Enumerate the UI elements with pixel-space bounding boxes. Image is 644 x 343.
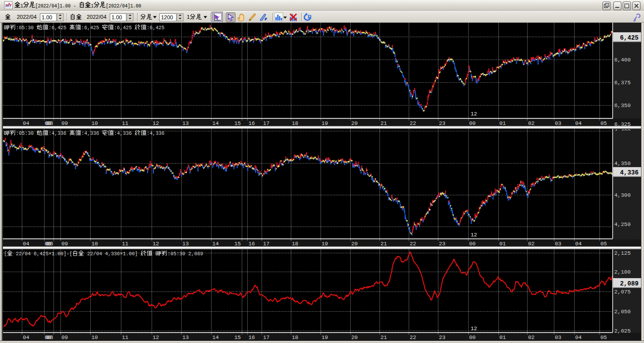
svg-text:04: 04 (575, 335, 582, 341)
svg-text:18: 18 (292, 120, 298, 126)
svg-text:2,025: 2,025 (614, 328, 631, 334)
svg-text:19: 19 (322, 335, 328, 341)
svg-text:10: 10 (92, 335, 98, 341)
svg-text:13: 13 (182, 241, 189, 247)
svg-text:20: 20 (351, 335, 358, 341)
svg-text::4,336: :4,336 (81, 131, 102, 136)
svg-text:[2022/04]1.00 -: [2022/04]1.00 - (35, 3, 79, 9)
svg-text:6,400: 6,400 (614, 57, 631, 63)
svg-text:03: 03 (555, 120, 561, 126)
svg-text:1: 1 (187, 14, 190, 20)
svg-text:6,350: 6,350 (614, 103, 631, 109)
svg-text:01: 01 (499, 335, 506, 341)
svg-text:21: 21 (380, 120, 387, 126)
svg-text:1: 1 (91, 3, 94, 9)
svg-text:18: 18 (292, 335, 298, 341)
svg-text::6,425: :6,425 (147, 25, 164, 31)
svg-text:2,050: 2,050 (614, 309, 631, 315)
svg-text:[: [ (4, 251, 7, 257)
svg-text:2,125: 2,125 (614, 250, 631, 256)
svg-text:01: 01 (499, 241, 506, 247)
svg-text::05:30: :05:30 (16, 25, 37, 31)
svg-text:12: 12 (153, 120, 159, 126)
svg-text:2022/04: 2022/04 (17, 14, 37, 20)
svg-text:2,100: 2,100 (614, 269, 631, 275)
svg-text:13: 13 (182, 335, 189, 341)
svg-text:4,250: 4,250 (614, 222, 631, 228)
svg-text:09: 09 (61, 335, 68, 341)
svg-text:4,336: 4,336 (620, 170, 639, 176)
svg-text:6,425: 6,425 (620, 35, 639, 42)
svg-text:22: 22 (410, 241, 416, 247)
svg-text:04: 04 (23, 120, 30, 126)
svg-text:2,089: 2,089 (620, 281, 639, 287)
svg-text:12: 12 (471, 111, 477, 117)
svg-text::4,336: :4,336 (147, 131, 164, 136)
svg-text:14: 14 (213, 241, 219, 247)
svg-text:15: 15 (234, 335, 241, 341)
svg-text::05:30: :05:30 (16, 131, 37, 136)
svg-text:23: 23 (439, 241, 445, 247)
svg-text:04: 04 (575, 241, 582, 247)
svg-text:6,375: 6,375 (614, 80, 631, 86)
svg-text:1.00: 1.00 (42, 14, 52, 20)
svg-text:17: 17 (263, 120, 269, 126)
svg-text:16: 16 (249, 335, 255, 341)
svg-text:08: 08 (47, 335, 54, 341)
svg-text:13: 13 (182, 120, 189, 126)
svg-text:14: 14 (213, 120, 219, 126)
svg-text:16: 16 (249, 120, 255, 126)
svg-text:02: 02 (528, 241, 535, 247)
svg-text:15: 15 (234, 120, 241, 126)
svg-text:09: 09 (61, 120, 68, 126)
svg-text:04: 04 (575, 120, 582, 126)
svg-text:22/04 6,425×1.00]-[: 22/04 6,425×1.00]-[ (13, 251, 72, 257)
svg-text:R: R (308, 14, 312, 20)
svg-text:19: 19 (322, 241, 328, 247)
svg-text:18: 18 (292, 241, 298, 247)
svg-text:22/04 4,336×1.00]: 22/04 4,336×1.00] (84, 251, 141, 257)
svg-text:17: 17 (263, 335, 269, 341)
svg-text:10: 10 (92, 241, 98, 247)
svg-text:02: 02 (528, 120, 535, 126)
svg-text:23: 23 (439, 335, 445, 341)
svg-text::4,336: :4,336 (49, 131, 69, 136)
svg-text:05: 05 (600, 241, 607, 247)
svg-text:2,075: 2,075 (614, 289, 631, 295)
svg-text:00: 00 (469, 241, 476, 247)
svg-text:04: 04 (23, 241, 30, 247)
svg-text:05: 05 (600, 335, 607, 341)
svg-text:09: 09 (61, 241, 68, 247)
svg-text:16: 16 (249, 241, 255, 247)
svg-text:23: 23 (439, 120, 445, 126)
svg-text::6,425: :6,425 (49, 25, 69, 31)
svg-text:01: 01 (499, 120, 506, 126)
svg-text:17: 17 (263, 241, 269, 247)
svg-text:20: 20 (351, 241, 358, 247)
svg-text:19: 19 (322, 120, 328, 126)
svg-text:05: 05 (600, 120, 607, 126)
svg-text:15: 15 (234, 241, 241, 247)
svg-text:02: 02 (528, 335, 535, 341)
svg-text:21: 21 (380, 335, 387, 341)
svg-text:22: 22 (410, 335, 416, 341)
svg-text:4,350: 4,350 (614, 161, 631, 167)
svg-text:2022/04: 2022/04 (87, 14, 107, 20)
svg-text:22: 22 (410, 120, 416, 126)
svg-text:04: 04 (23, 335, 30, 341)
svg-text:11: 11 (122, 120, 129, 126)
svg-text:03: 03 (555, 241, 561, 247)
svg-text:12: 12 (153, 335, 159, 341)
svg-text:12: 12 (153, 241, 159, 247)
svg-text:1.00: 1.00 (111, 14, 122, 20)
svg-text:03: 03 (555, 335, 561, 341)
svg-text:21: 21 (380, 241, 387, 247)
svg-text:[2022/04]1.00: [2022/04]1.00 (106, 3, 141, 9)
svg-text:12: 12 (471, 232, 477, 238)
svg-text:4,300: 4,300 (614, 192, 631, 198)
svg-text::05:30 2,089: :05:30 2,089 (167, 251, 203, 257)
svg-text:11: 11 (122, 335, 129, 341)
svg-text::6,425: :6,425 (81, 25, 102, 31)
svg-text:00: 00 (469, 335, 476, 341)
svg-text:1: 1 (20, 3, 23, 9)
